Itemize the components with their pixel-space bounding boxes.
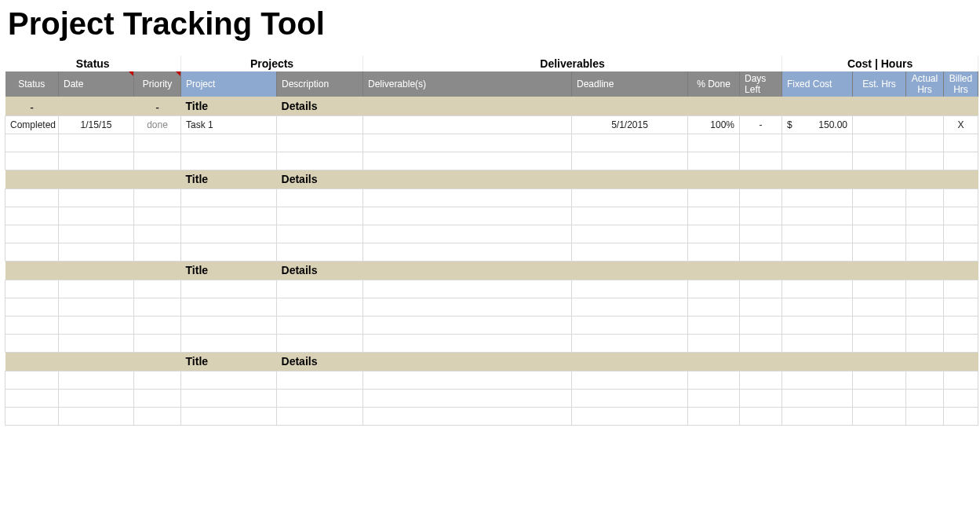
- header-deliverables[interactable]: Deliverable(s): [363, 71, 572, 97]
- cell[interactable]: [572, 225, 688, 243]
- cell[interactable]: [944, 407, 978, 425]
- section-title[interactable]: Title: [181, 261, 277, 280]
- cell[interactable]: [59, 225, 134, 243]
- cell[interactable]: [853, 134, 906, 152]
- header-actual-hrs[interactable]: Actual Hrs: [906, 71, 944, 97]
- cell[interactable]: [944, 298, 978, 316]
- cell[interactable]: [277, 389, 363, 407]
- header-project[interactable]: Project: [181, 71, 277, 97]
- cell[interactable]: [181, 389, 277, 407]
- cell-billed-hrs[interactable]: X: [944, 115, 978, 134]
- cell[interactable]: [134, 152, 181, 170]
- cell[interactable]: [134, 280, 181, 298]
- cell[interactable]: [782, 334, 853, 352]
- cell[interactable]: [5, 170, 59, 188]
- cell[interactable]: [277, 407, 363, 425]
- cell[interactable]: [277, 188, 363, 207]
- cell[interactable]: [134, 243, 181, 261]
- cell[interactable]: [363, 188, 572, 207]
- cell[interactable]: [906, 407, 944, 425]
- cell[interactable]: [5, 188, 59, 207]
- cell[interactable]: [740, 243, 782, 261]
- cell[interactable]: [906, 334, 944, 352]
- cell[interactable]: [5, 316, 59, 334]
- cell[interactable]: [740, 280, 782, 298]
- cell[interactable]: [740, 389, 782, 407]
- cell[interactable]: [572, 334, 688, 352]
- cell[interactable]: [363, 152, 572, 170]
- section-details[interactable]: Details: [277, 97, 978, 115]
- header-fixed-cost[interactable]: Fixed Cost: [782, 71, 853, 97]
- cell[interactable]: [688, 280, 740, 298]
- cell-date[interactable]: 1/15/15: [59, 115, 134, 134]
- cell[interactable]: [59, 207, 134, 225]
- cell[interactable]: [572, 188, 688, 207]
- cell[interactable]: [906, 243, 944, 261]
- header-billed-hrs[interactable]: Billed Hrs: [944, 71, 978, 97]
- cell-status[interactable]: Completed: [5, 115, 59, 134]
- cell[interactable]: [59, 352, 134, 371]
- cell[interactable]: [740, 207, 782, 225]
- cell[interactable]: [181, 188, 277, 207]
- cell[interactable]: [782, 298, 853, 316]
- section-details[interactable]: Details: [277, 352, 978, 371]
- cell[interactable]: [5, 225, 59, 243]
- cell[interactable]: [59, 407, 134, 425]
- cell[interactable]: [5, 280, 59, 298]
- cell[interactable]: [740, 134, 782, 152]
- cell[interactable]: [363, 225, 572, 243]
- cell-deadline[interactable]: 5/1/2015: [572, 115, 688, 134]
- header-deadline[interactable]: Deadline: [572, 71, 688, 97]
- cell[interactable]: [853, 407, 906, 425]
- cell[interactable]: [134, 188, 181, 207]
- cell[interactable]: [59, 316, 134, 334]
- cell[interactable]: [782, 207, 853, 225]
- cell[interactable]: [944, 188, 978, 207]
- cell[interactable]: [740, 334, 782, 352]
- cell[interactable]: [944, 152, 978, 170]
- cell[interactable]: [363, 316, 572, 334]
- cell-description[interactable]: [277, 115, 363, 134]
- cell[interactable]: [5, 407, 59, 425]
- cell[interactable]: [363, 207, 572, 225]
- cell[interactable]: [782, 225, 853, 243]
- cell[interactable]: [740, 225, 782, 243]
- cell[interactable]: [277, 152, 363, 170]
- section-details[interactable]: Details: [277, 170, 978, 188]
- cell[interactable]: [853, 243, 906, 261]
- cell[interactable]: [134, 334, 181, 352]
- cell[interactable]: [572, 280, 688, 298]
- cell[interactable]: [181, 134, 277, 152]
- cell[interactable]: [782, 188, 853, 207]
- cell[interactable]: [782, 243, 853, 261]
- cell[interactable]: [740, 298, 782, 316]
- cell[interactable]: [363, 298, 572, 316]
- cell[interactable]: [740, 188, 782, 207]
- section-details[interactable]: Details: [277, 261, 978, 280]
- cell[interactable]: [277, 280, 363, 298]
- header-pct-done[interactable]: % Done: [688, 71, 740, 97]
- cell[interactable]: [853, 207, 906, 225]
- header-days-left[interactable]: Days Left: [740, 71, 782, 97]
- cell[interactable]: [5, 261, 59, 280]
- cell[interactable]: [853, 316, 906, 334]
- cell[interactable]: [5, 371, 59, 389]
- cell[interactable]: [572, 316, 688, 334]
- cell[interactable]: [59, 243, 134, 261]
- header-description[interactable]: Description: [277, 71, 363, 97]
- cell[interactable]: [134, 261, 181, 280]
- cell[interactable]: [853, 188, 906, 207]
- cell[interactable]: [277, 316, 363, 334]
- cell[interactable]: [853, 298, 906, 316]
- cell[interactable]: [740, 371, 782, 389]
- cell[interactable]: [181, 243, 277, 261]
- cell[interactable]: [134, 225, 181, 243]
- cell[interactable]: [740, 316, 782, 334]
- cell[interactable]: [853, 389, 906, 407]
- cell[interactable]: [5, 389, 59, 407]
- cell[interactable]: [688, 207, 740, 225]
- cell[interactable]: [59, 188, 134, 207]
- section-title[interactable]: Title: [181, 352, 277, 371]
- cell[interactable]: [782, 407, 853, 425]
- section-priority-dash[interactable]: -: [134, 97, 181, 115]
